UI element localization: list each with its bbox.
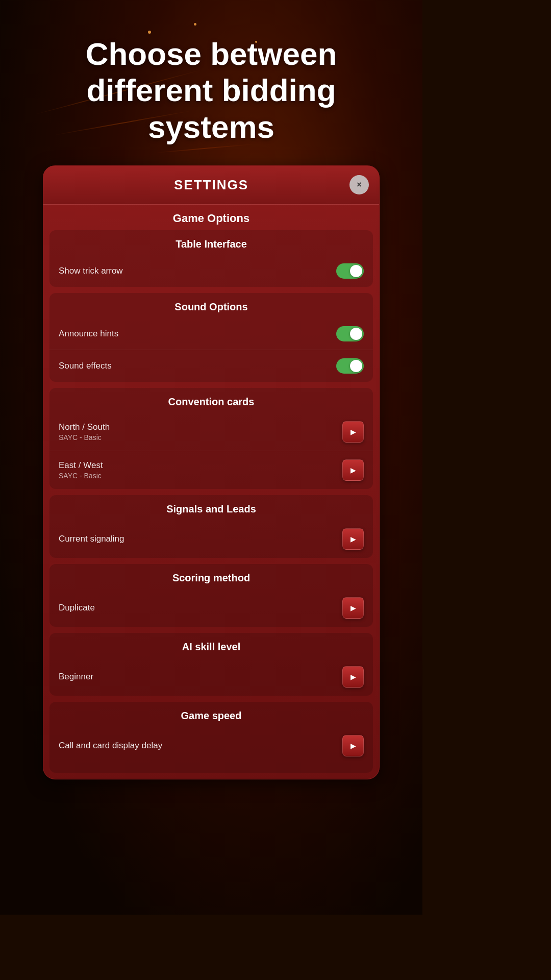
convention-cards-heading: Convention cards <box>49 388 373 413</box>
ai-skill-level-heading: AI skill level <box>49 633 373 658</box>
beginner-label: Beginner <box>59 672 93 682</box>
toggle-thumb <box>350 360 362 372</box>
game-speed-heading: Game speed <box>49 702 373 727</box>
show-trick-arrow-toggle[interactable] <box>336 263 364 279</box>
toggle-thumb <box>350 328 362 340</box>
call-card-delay-row: Call and card display delay <box>49 727 373 765</box>
current-signaling-row: Current signaling <box>49 520 373 558</box>
announce-hints-label: Announce hints <box>59 329 118 339</box>
duplicate-label: Duplicate <box>59 603 95 613</box>
ai-skill-level-section: AI skill level Beginner <box>49 633 373 696</box>
sound-effects-toggle[interactable] <box>336 358 364 374</box>
table-interface-section: Table Interface Show trick arrow <box>49 230 373 287</box>
game-speed-section: Game speed Call and card display delay <box>49 702 373 773</box>
settings-title: SETTINGS <box>174 177 248 192</box>
east-west-sublabel: SAYC - Basic <box>59 472 103 480</box>
sound-options-section: Sound Options Announce hints Sound effec… <box>49 293 373 382</box>
settings-panel: SETTINGS × Game Options Table Interface … <box>43 165 380 779</box>
settings-header: SETTINGS × <box>43 166 379 205</box>
north-south-sublabel: SAYC - Basic <box>59 433 110 442</box>
ai-skill-arrow-button[interactable] <box>342 666 364 688</box>
signals-leads-section: Signals and Leads Current signaling <box>49 495 373 558</box>
north-south-label: North / South <box>59 422 110 432</box>
headline: Choose between different bidding systems <box>0 0 422 165</box>
show-trick-arrow-label: Show trick arrow <box>59 266 123 276</box>
scoring-method-arrow-button[interactable] <box>342 597 364 619</box>
sound-effects-row: Sound effects <box>49 350 373 382</box>
north-south-row: North / South SAYC - Basic <box>49 413 373 451</box>
east-west-row: East / West SAYC - Basic <box>49 451 373 489</box>
east-west-label: East / West <box>59 460 103 471</box>
toggle-track <box>336 358 364 374</box>
game-speed-arrow-button[interactable] <box>342 735 364 756</box>
north-south-labels: North / South SAYC - Basic <box>59 422 110 442</box>
north-south-arrow-button[interactable] <box>342 421 364 443</box>
sound-effects-label: Sound effects <box>59 361 112 371</box>
call-card-delay-label: Call and card display delay <box>59 741 162 751</box>
scoring-method-heading: Scoring method <box>49 564 373 589</box>
close-button[interactable]: × <box>349 175 369 194</box>
sound-options-heading: Sound Options <box>49 293 373 318</box>
convention-cards-section: Convention cards North / South SAYC - Ba… <box>49 388 373 489</box>
east-west-labels: East / West SAYC - Basic <box>59 460 103 480</box>
toggle-track <box>336 263 364 279</box>
toggle-thumb <box>350 265 362 277</box>
game-options-label: Game Options <box>43 205 379 230</box>
table-interface-heading: Table Interface <box>49 230 373 255</box>
duplicate-row: Duplicate <box>49 589 373 627</box>
toggle-track <box>336 326 364 341</box>
show-trick-arrow-row: Show trick arrow <box>49 255 373 287</box>
current-signaling-arrow-button[interactable] <box>342 528 364 550</box>
beginner-row: Beginner <box>49 658 373 696</box>
announce-hints-row: Announce hints <box>49 318 373 350</box>
signals-leads-heading: Signals and Leads <box>49 495 373 520</box>
announce-hints-toggle[interactable] <box>336 326 364 341</box>
current-signaling-label: Current signaling <box>59 534 124 544</box>
east-west-arrow-button[interactable] <box>342 459 364 481</box>
scoring-method-section: Scoring method Duplicate <box>49 564 373 627</box>
